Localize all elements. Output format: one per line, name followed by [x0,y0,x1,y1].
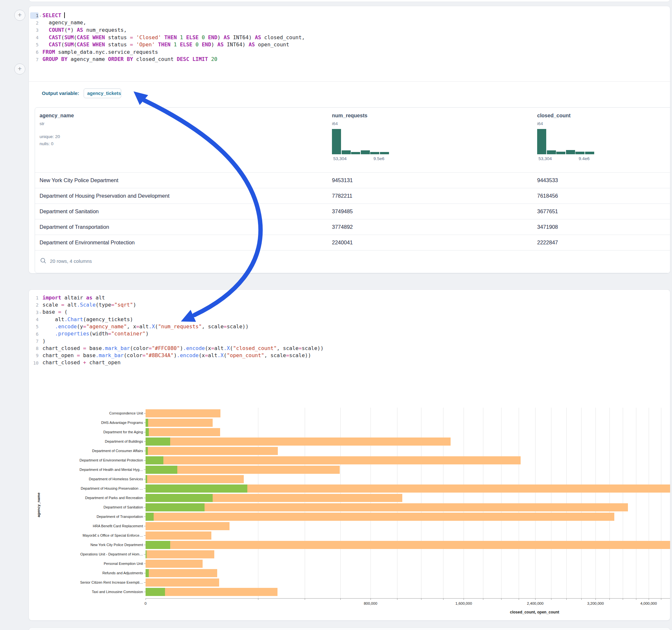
y-axis-label: Department of Health and Mental Hyg… [33,468,143,471]
line-number: 8 [30,345,39,352]
histogram-bar [351,152,360,154]
previous-cell-edge [28,0,670,2]
histogram-bar [380,152,389,154]
code-line[interactable]: import altair as alt [43,294,105,302]
column-header[interactable]: closed_count [537,113,571,119]
y-axis-label: Department of Homeless Services [33,477,143,481]
add-cell-button[interactable]: + [14,10,25,21]
gridline [636,408,637,598]
bar-closed_count [146,503,628,511]
line-number: 9 [30,352,39,359]
results-table: agency_namestrunique: 20nulls: 0num_requ… [35,107,670,273]
table-row[interactable]: Department of Housing Preservation and D… [35,188,670,203]
search-icon[interactable] [40,258,46,265]
code-line[interactable]: COUNT(*) AS num_requests, [43,27,127,34]
column-histogram [332,129,389,154]
column-type: str [40,121,44,126]
table-row[interactable]: Department of Sanitation37494853677651 [35,203,670,219]
line-number: 3 [30,27,39,33]
column-header[interactable]: agency_name [40,113,74,119]
histogram-bar [370,152,379,154]
x-axis-tick-label: 3,200,000 [587,602,604,605]
bar-closed_count [146,428,220,436]
bar-closed_count [146,447,278,455]
code-line[interactable]: alt.Chart(agency_tickets) [43,316,133,323]
output-variable-label: Output variable: [42,91,79,96]
code-line[interactable]: SELECT [43,12,65,20]
text-cursor [64,12,65,18]
y-axis-label: Senior Citizen Rent Increase Exempti… [33,580,143,584]
code-line[interactable]: ) [43,338,46,345]
table-row[interactable]: New York City Police Department945313194… [35,172,670,188]
bar-open_count [146,494,213,502]
code-line[interactable]: scale = alt.Scale(type="sqrt") [43,301,136,309]
line-number: 10 [30,360,39,366]
code-line[interactable]: GROUP BY agency_name ORDER BY closed_cou… [43,56,217,63]
sql-cell-card: 1⌄SELECT 2 agency_name,3 COUNT(*) AS num… [28,6,670,273]
y-axis-label: New York City Police Department [33,543,143,547]
bar-open_count [146,541,170,549]
code-line[interactable]: FROM sample_data.nyc.service_requests [43,49,158,56]
column-histogram [537,129,594,154]
bar-closed_count [146,513,614,521]
bar-closed_count [146,456,521,464]
table-footer: 20 rows, 4 columns [35,250,670,273]
code-line[interactable]: chart_closed = base.mark_bar(color="#FFC… [43,345,323,352]
gridline [649,408,649,598]
fold-chevron-icon[interactable]: ⌄ [39,310,42,314]
y-axis-label: Department of Buildings [33,439,143,443]
cell-agency-name: Department of Housing Preservation and D… [40,193,170,199]
bar-closed_count [146,588,278,596]
bar-open_count [146,419,148,427]
bar-open_count [146,475,147,483]
column-stat: unique: 20 [40,134,60,139]
code-line[interactable]: CAST(SUM(CASE WHEN status = 'Open' THEN … [43,41,289,49]
cell-value: 7618456 [537,193,558,199]
code-line[interactable]: .encode(y="agency_name", x=alt.X("num_re… [43,323,249,331]
fold-chevron-icon[interactable]: ⌄ [39,13,42,18]
divider [29,81,670,82]
code-line[interactable]: chart_open = base.mark_bar(color="#8BC34… [43,352,311,359]
x-axis-title: closed_count, open_count [510,610,559,614]
histogram-bar [361,150,370,154]
line-number: 7 [30,56,39,63]
bar-open_count [146,456,163,464]
code-line[interactable]: base = ( [43,309,67,316]
cell-value: 9453131 [332,177,353,184]
y-axis-label: Operations Unit - Department of Hom… [33,552,143,556]
cell-value: 2240041 [332,240,353,246]
code-line[interactable]: chart_closed + chart_open [43,359,121,366]
add-cell-button[interactable]: + [14,64,25,75]
bar-open_count [146,428,149,436]
line-number: 4 [30,316,39,323]
line-number: 5 [30,323,39,330]
gridline [661,408,661,598]
y-axis-label: Department for the Aging [33,430,143,434]
x-axis-tick-label: 0 [145,602,146,605]
bar-open_count [146,437,170,445]
output-variable-pill[interactable]: agency_tickets [83,89,121,98]
y-axis-label: Department of Housing Preservation … [33,486,143,490]
histogram-max-label: 9.4e6 [579,156,590,161]
y-axis-label: Correspondence Unit [33,411,143,415]
cell-value: 7782211 [332,193,352,199]
code-line[interactable]: agency_name, [43,19,86,27]
y-axis-label: Department of Parks and Recreation [33,496,143,500]
bar-closed_count [146,532,211,539]
y-axis-label: Refunds and Adjustments [33,571,143,575]
cell-agency-name: Department of Environmental Protection [40,240,135,246]
y-axis-label: Department of Transportation [33,515,143,518]
line-number: 4 [30,34,39,41]
code-line[interactable]: .properties(width="container") [43,330,149,338]
bar-open_count [146,503,205,511]
y-axis-label: Department of Consumer Affairs [33,449,143,453]
x-axis-tick-label: 800,000 [364,602,377,605]
column-header[interactable]: num_requests [332,113,367,119]
table-row[interactable]: Department of Transportation377489234719… [35,219,670,235]
bar-open_count [146,550,146,558]
y-axis-label: DHS Advantage Programs [33,421,143,425]
code-line[interactable]: CAST(SUM(CASE WHEN status = 'Closed' THE… [43,34,305,42]
y-axis-label: Department of Sanitation [33,505,143,509]
cell-agency-name: New York City Police Department [40,177,118,184]
table-row[interactable]: Department of Environmental Protection22… [35,235,670,250]
